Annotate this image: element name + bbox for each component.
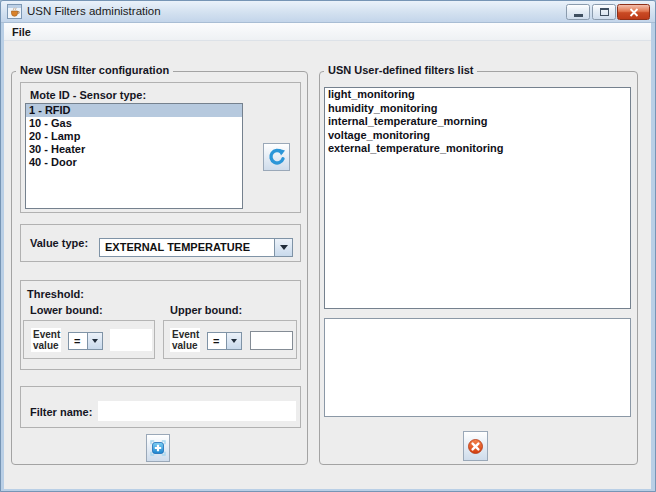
value-type-section: Value type: EXTERNAL TEMPERATURE bbox=[20, 224, 301, 262]
chevron-down-icon bbox=[280, 245, 288, 250]
filters-list[interactable]: light_monitoring humidity_monitoring int… bbox=[324, 87, 631, 309]
window-title: USN Filters administration bbox=[27, 1, 161, 22]
mote-section-label: Mote ID - Sensor type: bbox=[30, 89, 146, 101]
refresh-button[interactable] bbox=[263, 143, 290, 171]
value-type-selected: EXTERNAL TEMPERATURE bbox=[105, 239, 274, 256]
upper-bound-label: Upper bound: bbox=[170, 304, 242, 316]
lower-bound-label: Lower bound: bbox=[30, 304, 103, 316]
close-icon bbox=[629, 8, 639, 17]
mote-list-item[interactable]: 1 - RFID bbox=[26, 104, 242, 117]
right-panel-title: USN User-defined filters list bbox=[324, 64, 477, 76]
mote-section: Mote ID - Sensor type: 1 - RFID 10 - Gas… bbox=[20, 82, 301, 213]
maximize-button[interactable] bbox=[592, 4, 616, 20]
upper-operator-combobox[interactable]: = bbox=[207, 332, 242, 350]
upper-operator-dropdown-button[interactable] bbox=[226, 333, 241, 349]
mote-list-item[interactable]: 20 - Lamp bbox=[26, 130, 242, 143]
delete-x-icon bbox=[467, 438, 484, 455]
menu-file[interactable]: File bbox=[4, 23, 39, 41]
titlebar[interactable]: USN Filters administration bbox=[1, 1, 655, 23]
minimize-button[interactable] bbox=[566, 4, 590, 20]
maximize-icon bbox=[600, 8, 609, 16]
threshold-section: Threshold: Lower bound: Upper bound: Eve… bbox=[20, 280, 301, 370]
filter-name-section: Filter name: bbox=[20, 386, 301, 428]
filter-list-item[interactable]: internal_temperature_morning bbox=[325, 115, 630, 129]
upper-event-value-label: Event value bbox=[170, 328, 200, 352]
lower-bound-value-input[interactable] bbox=[110, 329, 152, 351]
close-button[interactable] bbox=[617, 4, 650, 20]
add-plus-icon bbox=[150, 440, 166, 456]
upper-bound-value-input[interactable] bbox=[250, 331, 293, 350]
mote-list-item[interactable]: 30 - Heater bbox=[26, 143, 242, 156]
filter-list-item[interactable]: external_temperature_monitoring bbox=[325, 142, 630, 156]
menubar: File bbox=[4, 23, 651, 41]
value-type-label: Value type: bbox=[30, 237, 88, 249]
mote-sensor-list[interactable]: 1 - RFID 10 - Gas 20 - Lamp 30 - Heater … bbox=[25, 103, 243, 209]
lower-event-value-label: Event value bbox=[31, 328, 61, 352]
chevron-down-icon bbox=[92, 339, 98, 343]
java-coffee-cup-icon bbox=[7, 4, 22, 19]
app-window: USN Filters administration File New USN … bbox=[0, 0, 656, 492]
lower-operator-combobox[interactable]: = bbox=[68, 332, 103, 350]
threshold-label: Threshold: bbox=[27, 288, 84, 300]
filter-list-item[interactable]: light_monitoring bbox=[325, 88, 630, 102]
user-defined-filters-panel: USN User-defined filters list light_moni… bbox=[319, 71, 638, 465]
lower-operator-value: = bbox=[74, 333, 87, 349]
value-type-combobox[interactable]: EXTERNAL TEMPERATURE bbox=[99, 238, 293, 257]
chevron-down-icon bbox=[231, 339, 237, 343]
filter-list-item[interactable]: voltage_monitoring bbox=[325, 129, 630, 143]
mote-list-item[interactable]: 10 - Gas bbox=[26, 117, 242, 130]
refresh-icon bbox=[268, 148, 286, 166]
filter-details-box[interactable] bbox=[324, 318, 631, 417]
add-filter-button[interactable] bbox=[146, 434, 170, 462]
new-filter-configuration-panel: New USN filter configuration Mote ID - S… bbox=[11, 71, 308, 465]
lower-bound-group: Event value = bbox=[23, 320, 155, 359]
left-panel-title: New USN filter configuration bbox=[16, 64, 173, 76]
lower-operator-dropdown-button[interactable] bbox=[87, 333, 102, 349]
value-type-dropdown-button[interactable] bbox=[274, 239, 292, 256]
filter-name-input[interactable] bbox=[98, 401, 296, 421]
mote-list-item[interactable]: 40 - Door bbox=[26, 156, 242, 169]
upper-operator-value: = bbox=[213, 333, 226, 349]
filter-name-label: Filter name: bbox=[30, 406, 92, 418]
delete-filter-button[interactable] bbox=[463, 431, 488, 461]
filter-list-item[interactable]: humidity_monitoring bbox=[325, 102, 630, 116]
minimize-icon bbox=[574, 14, 583, 17]
upper-bound-group: Event value = bbox=[163, 320, 297, 359]
